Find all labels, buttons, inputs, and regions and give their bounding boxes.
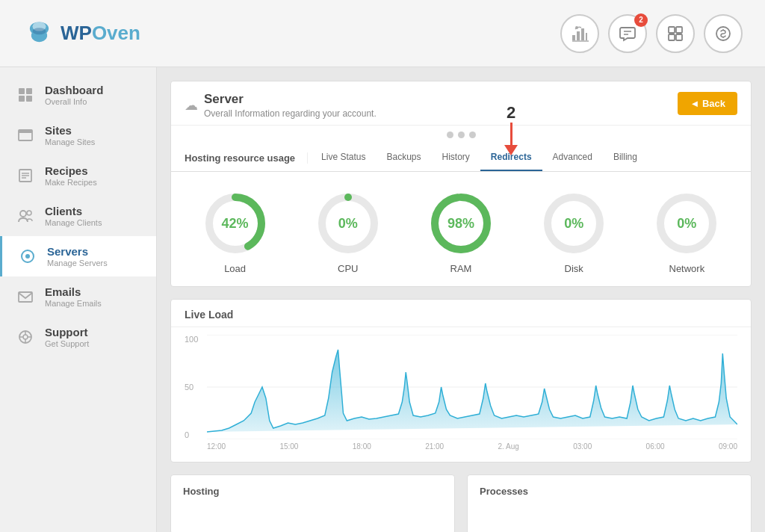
gauge-cpu: 0% CPU [315, 190, 382, 274]
gauge-disk-value: 0% [564, 216, 583, 232]
x-label-2100: 21:00 [425, 442, 444, 451]
gauge-network-value: 0% [677, 216, 696, 232]
x-label-0900: 09:00 [719, 442, 737, 451]
sidebar-clients-label: Clients [45, 205, 102, 218]
gauge-load-label: Load [224, 263, 246, 274]
svg-rect-17 [26, 88, 32, 94]
sidebar-recipes-sub: Make Recipes [45, 178, 97, 187]
processes-title: Processes [480, 486, 739, 497]
svg-rect-30 [19, 292, 32, 302]
chart-yaxis: 100 50 0 [185, 335, 198, 439]
gauge-ram: 98% RAM [427, 190, 495, 274]
sidebar-emails-label: Emails [45, 285, 102, 299]
y-label-50: 50 [185, 383, 198, 392]
sidebar-item-emails[interactable]: Emails Manage Emails [0, 276, 156, 317]
sidebar-servers-label: Servers [47, 245, 108, 259]
tab-redirects-label: Redirects [491, 152, 532, 162]
gauge-load-value: 42% [222, 216, 249, 232]
hosting-card: Hosting [170, 474, 455, 532]
x-label-1200: 12:00 [207, 442, 226, 451]
donut-ram: 98% [427, 190, 495, 257]
sidebar-item-clients[interactable]: Clients Manage Clients [0, 196, 156, 236]
x-label-1800: 18:00 [353, 442, 371, 451]
tab-history[interactable]: History [432, 144, 480, 171]
sidebar-emails-text: Emails Manage Emails [45, 285, 102, 308]
svg-rect-13 [669, 34, 675, 40]
servers-icon [17, 246, 38, 267]
tab-backups[interactable]: Backups [376, 144, 431, 171]
hosting-resource-label: Hosting resource usage [185, 152, 308, 164]
svg-point-29 [25, 254, 30, 259]
chart-xaxis: 12:00 15:00 18:00 21:00 2. Aug 03:00 06:… [207, 439, 737, 451]
billing-icon [714, 25, 732, 43]
messages-button[interactable]: 2 [608, 14, 647, 53]
chart-svg-wrap [207, 335, 737, 439]
sidebar-sites-label: Sites [45, 124, 95, 137]
svg-rect-16 [19, 88, 25, 94]
sidebar-dashboard-text: Dashboard Overall Info [45, 84, 103, 106]
billing-button[interactable] [704, 14, 743, 53]
svg-rect-12 [676, 27, 682, 33]
chart-svg [207, 335, 737, 439]
server-info-card: ☁ Server Overall Information regarding y… [170, 81, 752, 287]
svg-rect-11 [669, 27, 675, 33]
main-layout: Dashboard Overall Info Sites Manage Site… [0, 67, 765, 532]
svg-rect-4 [577, 31, 580, 40]
x-label-0300: 03:00 [573, 442, 592, 451]
top-nav: 2 [560, 14, 743, 53]
sidebar-item-dashboard[interactable]: Dashboard Overall Info [0, 75, 156, 115]
svg-rect-18 [19, 96, 25, 102]
y-label-0: 0 [185, 430, 198, 439]
tab-advanced[interactable]: Advanced [542, 144, 603, 171]
sidebar-support-label: Support [45, 326, 89, 339]
recipes-icon [15, 165, 36, 186]
gauge-disk: 0% Disk [540, 190, 607, 274]
tab-redirects[interactable]: Redirects 2 [480, 144, 542, 171]
dashboard-icon [15, 84, 36, 105]
content-area: ☁ Server Overall Information regarding y… [157, 67, 765, 532]
sidebar: Dashboard Overall Info Sites Manage Site… [0, 67, 157, 532]
gauge-ram-label: RAM [450, 263, 472, 274]
sidebar-clients-text: Clients Manage Clients [45, 205, 102, 227]
sidebar-item-sites[interactable]: Sites Manage Sites [0, 115, 156, 155]
svg-point-32 [23, 335, 28, 339]
svg-rect-14 [676, 34, 682, 40]
back-button[interactable]: ◄ Back [678, 92, 737, 115]
live-load-card: Live Load 100 50 0 [170, 299, 752, 463]
svg-rect-21 [19, 130, 32, 133]
hosting-title: Hosting [183, 486, 442, 497]
tab-billing[interactable]: Billing [603, 144, 648, 171]
dot-3 [469, 132, 476, 138]
messages-icon [619, 25, 637, 43]
gauge-network: 0% Network [653, 190, 720, 274]
x-label-aug2: 2. Aug [498, 442, 519, 451]
svg-point-26 [20, 211, 26, 217]
sidebar-servers-text: Servers Manage Servers [47, 245, 108, 267]
sidebar-item-recipes[interactable]: Recipes Make Recipes [0, 155, 156, 196]
top-header: WPOven 2 [0, 0, 765, 67]
server-title-block: Server Overall Information regarding you… [204, 92, 377, 119]
stats-button[interactable] [560, 14, 599, 53]
chart-header: Live Load [171, 300, 751, 327]
sidebar-sites-text: Sites Manage Sites [45, 124, 95, 146]
sidebar-item-servers[interactable]: 1 Servers Manage Servers [0, 236, 156, 276]
donut-load: 42% [202, 190, 269, 257]
svg-rect-6 [586, 33, 587, 40]
x-label-1500: 15:00 [279, 442, 298, 451]
dot-2 [458, 132, 465, 138]
y-label-100: 100 [185, 335, 198, 344]
support-icon [15, 327, 36, 347]
sidebar-item-support[interactable]: Support Get Support [0, 317, 156, 357]
sites-icon [15, 125, 36, 146]
tab-live-status[interactable]: Live Status [311, 144, 376, 171]
processes-card: Processes [467, 474, 752, 532]
server-card-header: ☁ Server Overall Information regarding y… [171, 81, 751, 126]
gauge-cpu-label: CPU [338, 263, 358, 274]
sidebar-recipes-text: Recipes Make Recipes [45, 164, 97, 187]
logo-icon [22, 16, 56, 50]
gauge-disk-label: Disk [565, 263, 583, 274]
stats-icon [571, 25, 589, 43]
svg-point-27 [27, 211, 31, 215]
grid-button[interactable] [656, 14, 695, 53]
grid-icon [667, 25, 684, 42]
